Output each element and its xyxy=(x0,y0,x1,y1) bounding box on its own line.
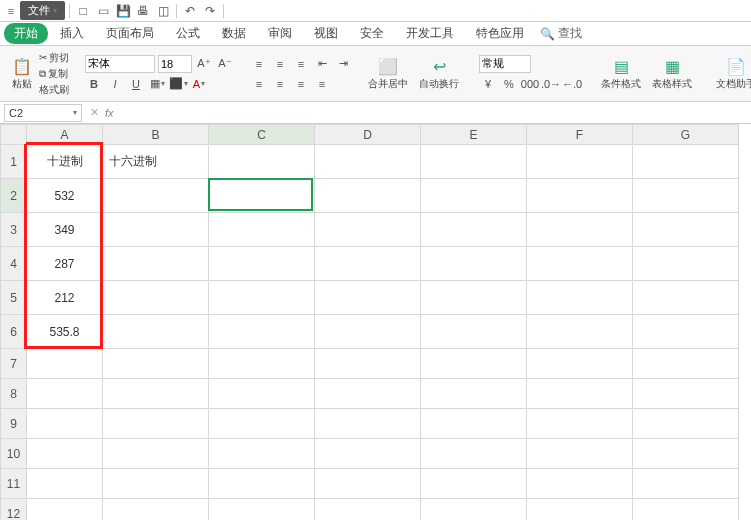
cell-F4[interactable] xyxy=(527,247,633,281)
new-file-icon[interactable]: □ xyxy=(74,2,92,20)
select-all-corner[interactable] xyxy=(1,125,27,145)
cell-E1[interactable] xyxy=(421,145,527,179)
cell-D2[interactable] xyxy=(315,179,421,213)
cell-B11[interactable] xyxy=(103,469,209,499)
column-header-G[interactable]: G xyxy=(633,125,739,145)
cell-B4[interactable] xyxy=(103,247,209,281)
cell-C5[interactable] xyxy=(209,281,315,315)
cell-B1[interactable]: 十六进制 xyxy=(103,145,209,179)
row-header-8[interactable]: 8 xyxy=(1,379,27,409)
search-button[interactable]: 🔍 查找 xyxy=(540,25,582,42)
cell-D12[interactable] xyxy=(315,499,421,521)
cell-G3[interactable] xyxy=(633,213,739,247)
redo-icon[interactable]: ↷ xyxy=(201,2,219,20)
file-menu-button[interactable]: 文件 ▾ xyxy=(20,1,65,20)
cancel-formula-icon[interactable]: ✕ xyxy=(90,106,99,119)
name-box[interactable]: C2 ▾ xyxy=(4,104,82,122)
print-icon[interactable]: 🖶 xyxy=(134,2,152,20)
tab-data[interactable]: 数据 xyxy=(212,22,256,45)
cell-F12[interactable] xyxy=(527,499,633,521)
column-header-B[interactable]: B xyxy=(103,125,209,145)
currency-icon[interactable]: ¥ xyxy=(479,75,497,93)
font-size-combo[interactable] xyxy=(158,55,192,73)
italic-icon[interactable]: I xyxy=(106,75,124,93)
cell-D9[interactable] xyxy=(315,409,421,439)
cell-G2[interactable] xyxy=(633,179,739,213)
row-header-11[interactable]: 11 xyxy=(1,469,27,499)
cell-B10[interactable] xyxy=(103,439,209,469)
tab-special[interactable]: 特色应用 xyxy=(466,22,534,45)
indent-decrease-icon[interactable]: ⇤ xyxy=(313,55,331,73)
cut-button[interactable]: ✂剪切 xyxy=(39,51,69,65)
cell-E6[interactable] xyxy=(421,315,527,349)
row-header-3[interactable]: 3 xyxy=(1,213,27,247)
cell-G12[interactable] xyxy=(633,499,739,521)
align-bottom-icon[interactable]: ≡ xyxy=(292,55,310,73)
cell-B12[interactable] xyxy=(103,499,209,521)
spreadsheet-grid[interactable]: ABCDEFG 1十进制十六进制25323349428752126535.878… xyxy=(0,124,751,520)
cell-F10[interactable] xyxy=(527,439,633,469)
cell-D8[interactable] xyxy=(315,379,421,409)
decrease-decimal-icon[interactable]: ←.0 xyxy=(563,75,581,93)
table-style-button[interactable]: ▦ 表格样式 xyxy=(648,54,696,93)
tab-view[interactable]: 视图 xyxy=(304,22,348,45)
cell-F11[interactable] xyxy=(527,469,633,499)
cell-E2[interactable] xyxy=(421,179,527,213)
cell-G6[interactable] xyxy=(633,315,739,349)
format-painter-button[interactable]: 格式刷 xyxy=(39,83,69,97)
row-header-9[interactable]: 9 xyxy=(1,409,27,439)
cell-F8[interactable] xyxy=(527,379,633,409)
cell-C9[interactable] xyxy=(209,409,315,439)
cell-B6[interactable] xyxy=(103,315,209,349)
cell-A5[interactable]: 212 xyxy=(27,281,103,315)
align-middle-icon[interactable]: ≡ xyxy=(271,55,289,73)
cell-G1[interactable] xyxy=(633,145,739,179)
cell-G5[interactable] xyxy=(633,281,739,315)
row-header-2[interactable]: 2 xyxy=(1,179,27,213)
cell-E11[interactable] xyxy=(421,469,527,499)
cell-D3[interactable] xyxy=(315,213,421,247)
cell-B3[interactable] xyxy=(103,213,209,247)
number-format-combo[interactable] xyxy=(479,55,531,73)
bold-icon[interactable]: B xyxy=(85,75,103,93)
cell-B7[interactable] xyxy=(103,349,209,379)
formula-input[interactable] xyxy=(120,104,751,122)
doc-helper-button[interactable]: 📄 文档助手 xyxy=(712,54,751,93)
fill-color-icon[interactable]: ⬛▾ xyxy=(169,75,187,93)
cell-F7[interactable] xyxy=(527,349,633,379)
cell-C12[interactable] xyxy=(209,499,315,521)
cell-D10[interactable] xyxy=(315,439,421,469)
cell-F2[interactable] xyxy=(527,179,633,213)
cell-E7[interactable] xyxy=(421,349,527,379)
cell-F9[interactable] xyxy=(527,409,633,439)
cell-C2[interactable] xyxy=(209,179,315,213)
align-center-icon[interactable]: ≡ xyxy=(271,75,289,93)
cell-B2[interactable] xyxy=(103,179,209,213)
cell-A6[interactable]: 535.8 xyxy=(27,315,103,349)
cell-A10[interactable] xyxy=(27,439,103,469)
cell-F6[interactable] xyxy=(527,315,633,349)
tab-developer[interactable]: 开发工具 xyxy=(396,22,464,45)
wrap-text-button[interactable]: ↩ 自动换行 xyxy=(415,54,463,93)
cell-D11[interactable] xyxy=(315,469,421,499)
tab-review[interactable]: 审阅 xyxy=(258,22,302,45)
cell-A3[interactable]: 349 xyxy=(27,213,103,247)
column-header-C[interactable]: C xyxy=(209,125,315,145)
cell-E10[interactable] xyxy=(421,439,527,469)
cell-A4[interactable]: 287 xyxy=(27,247,103,281)
cell-G8[interactable] xyxy=(633,379,739,409)
cell-G11[interactable] xyxy=(633,469,739,499)
cell-E4[interactable] xyxy=(421,247,527,281)
tab-page-layout[interactable]: 页面布局 xyxy=(96,22,164,45)
cell-G4[interactable] xyxy=(633,247,739,281)
cell-A8[interactable] xyxy=(27,379,103,409)
cell-G7[interactable] xyxy=(633,349,739,379)
border-icon[interactable]: ▦▾ xyxy=(148,75,166,93)
align-right-icon[interactable]: ≡ xyxy=(292,75,310,93)
fx-icon[interactable]: fx xyxy=(105,107,114,119)
percent-icon[interactable]: % xyxy=(500,75,518,93)
conditional-format-button[interactable]: ▤ 条件格式 xyxy=(597,54,645,93)
cell-C6[interactable] xyxy=(209,315,315,349)
row-header-12[interactable]: 12 xyxy=(1,499,27,521)
cell-E9[interactable] xyxy=(421,409,527,439)
